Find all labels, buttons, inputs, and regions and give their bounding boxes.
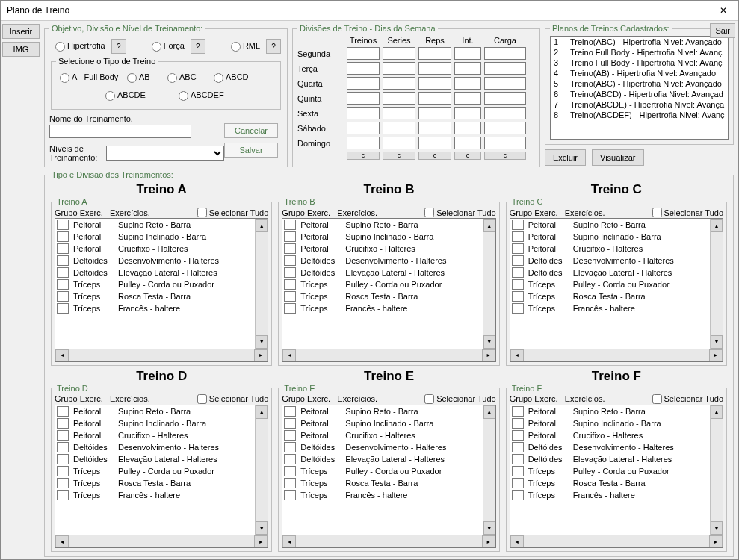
row-checkbox[interactable]: [57, 478, 69, 488]
row-checkbox[interactable]: [512, 418, 524, 429]
day-input[interactable]: [418, 47, 451, 60]
exercise-row[interactable]: DeltóidesElevação Lateral - Halteres: [510, 453, 710, 465]
day-input[interactable]: [383, 92, 415, 105]
exercise-row[interactable]: PeitoralSupino Inclinado - Barra: [510, 417, 710, 429]
day-input[interactable]: [383, 122, 415, 134]
radio-abcd[interactable]: ABCD: [210, 71, 265, 83]
row-checkbox[interactable]: [57, 291, 69, 302]
exercise-row[interactable]: TrícepsRosca Testa - Barra: [510, 477, 710, 489]
exercise-row[interactable]: TrícepsFrancês - haltere: [510, 302, 710, 314]
row-checkbox[interactable]: [512, 231, 524, 242]
row-checkbox[interactable]: [284, 291, 296, 302]
hscrollbar[interactable]: ◄►: [55, 535, 268, 548]
day-input[interactable]: [454, 62, 481, 75]
radio-ab[interactable]: AB: [123, 71, 164, 83]
scroll-down-icon[interactable]: ▼: [483, 521, 495, 535]
row-checkbox[interactable]: [57, 279, 69, 290]
row-checkbox[interactable]: [284, 267, 296, 278]
vscrollbar[interactable]: ▲▼: [483, 405, 495, 535]
row-checkbox[interactable]: [512, 291, 524, 302]
exercise-row[interactable]: PeitoralSupino Inclinado - Barra: [282, 231, 482, 243]
row-checkbox[interactable]: [284, 466, 296, 476]
day-input[interactable]: [484, 77, 526, 90]
row-checkbox[interactable]: [512, 303, 524, 314]
day-input[interactable]: [418, 137, 451, 149]
cancelar-button[interactable]: Cancelar: [224, 123, 278, 138]
row-checkbox[interactable]: [57, 303, 69, 314]
scroll-up-icon[interactable]: ▲: [483, 219, 495, 232]
exercise-row[interactable]: TrícepsFrancês - haltere: [510, 489, 710, 501]
col-c[interactable]: c: [454, 152, 481, 160]
plano-row[interactable]: 8Treino(ABCDEF) - Hipertrofia Nivel: Ava…: [551, 110, 728, 120]
row-checkbox[interactable]: [57, 231, 69, 242]
row-checkbox[interactable]: [512, 466, 524, 476]
exercise-row[interactable]: TrícepsPulley - Corda ou Puxador: [510, 279, 710, 290]
scroll-right-icon[interactable]: ►: [482, 535, 495, 547]
scroll-right-icon[interactable]: ►: [482, 349, 495, 361]
exercise-row[interactable]: PeitoralSupino Reto - Barra: [282, 219, 482, 231]
niveis-select[interactable]: [106, 146, 224, 161]
exercise-row[interactable]: TrícepsRosca Testa - Barra: [55, 477, 255, 489]
day-input[interactable]: [454, 47, 481, 60]
exercise-row[interactable]: TrícepsRosca Testa - Barra: [510, 290, 710, 302]
row-checkbox[interactable]: [512, 454, 524, 464]
inserir-button[interactable]: Inserir: [2, 24, 40, 39]
row-checkbox[interactable]: [57, 267, 69, 278]
scroll-left-icon[interactable]: ◄: [510, 349, 524, 361]
scroll-right-icon[interactable]: ►: [709, 535, 723, 547]
exercise-row[interactable]: DeltóidesDesenvolvimento - Halteres: [55, 255, 255, 267]
exercise-row[interactable]: PeitoralSupino Reto - Barra: [55, 219, 255, 231]
select-all[interactable]: Selecionar Tudo: [652, 208, 724, 217]
exercise-row[interactable]: TrícepsFrancês - haltere: [282, 302, 482, 314]
hscrollbar[interactable]: ◄►: [55, 349, 268, 362]
hscrollbar[interactable]: ◄►: [510, 535, 723, 548]
select-all[interactable]: Selecionar Tudo: [424, 394, 496, 404]
sair-button[interactable]: Sair: [710, 23, 735, 38]
scroll-up-icon[interactable]: ▲: [256, 219, 268, 232]
exercise-row[interactable]: TrícepsPulley - Corda ou Puxador: [55, 465, 255, 477]
day-input[interactable]: [383, 107, 415, 119]
plano-row[interactable]: 1Treino(ABC) - Hipertrofia Nivel: Avança…: [551, 37, 728, 47]
vscrollbar[interactable]: ▲▼: [255, 219, 268, 349]
row-checkbox[interactable]: [57, 466, 69, 476]
exercise-row[interactable]: PeitoralSupino Reto - Barra: [55, 405, 255, 417]
row-checkbox[interactable]: [284, 490, 296, 500]
scroll-right-icon[interactable]: ►: [254, 349, 268, 361]
day-input[interactable]: [347, 122, 380, 134]
row-checkbox[interactable]: [57, 220, 69, 230]
scroll-down-icon[interactable]: ▼: [711, 521, 723, 535]
exercise-row[interactable]: DeltóidesDesenvolvimento - Halteres: [282, 441, 482, 453]
visualizar-button[interactable]: Visualizar: [592, 149, 644, 166]
row-checkbox[interactable]: [284, 231, 296, 242]
radio-a[interactable]: A - Full Body: [56, 71, 123, 83]
day-input[interactable]: [347, 77, 380, 90]
exercise-row[interactable]: PeitoralSupino Reto - Barra: [282, 405, 482, 417]
row-checkbox[interactable]: [512, 442, 524, 452]
row-checkbox[interactable]: [57, 490, 69, 500]
radio-abcde[interactable]: ABCDE: [102, 89, 157, 101]
scroll-left-icon[interactable]: ◄: [55, 535, 69, 547]
exercise-row[interactable]: TrícepsFrancês - haltere: [55, 489, 255, 501]
select-all[interactable]: Selecionar Tudo: [197, 394, 269, 404]
exercise-list[interactable]: PeitoralSupino Reto - BarraPeitoralSupin…: [55, 219, 255, 349]
radio-abcdef[interactable]: ABCDEF: [175, 89, 230, 101]
row-checkbox[interactable]: [57, 406, 69, 417]
exercise-row[interactable]: DeltóidesElevação Lateral - Halteres: [282, 267, 482, 279]
row-checkbox[interactable]: [284, 406, 296, 417]
plano-row[interactable]: 4Treino(AB) - Hipertrofia Nivel: Avançad…: [551, 68, 728, 78]
exercise-row[interactable]: PeitoralSupino Inclinado - Barra: [282, 417, 482, 429]
exercise-row[interactable]: PeitoralSupino Inclinado - Barra: [55, 231, 255, 243]
row-checkbox[interactable]: [57, 442, 69, 452]
row-checkbox[interactable]: [512, 267, 524, 278]
exercise-row[interactable]: TrícepsPulley - Corda ou Puxador: [510, 465, 710, 477]
exercise-row[interactable]: PeitoralSupino Reto - Barra: [510, 405, 710, 417]
day-input[interactable]: [484, 92, 526, 105]
day-input[interactable]: [347, 62, 380, 75]
scroll-up-icon[interactable]: ▲: [711, 405, 723, 419]
row-checkbox[interactable]: [284, 430, 296, 441]
exercise-row[interactable]: DeltóidesDesenvolvimento - Halteres: [510, 441, 710, 453]
radio-forca[interactable]: Força: [146, 41, 185, 52]
vscrollbar[interactable]: ▲▼: [710, 219, 723, 349]
radio-abc[interactable]: ABC: [164, 71, 210, 83]
exercise-row[interactable]: PeitoralSupino Inclinado - Barra: [510, 231, 710, 243]
